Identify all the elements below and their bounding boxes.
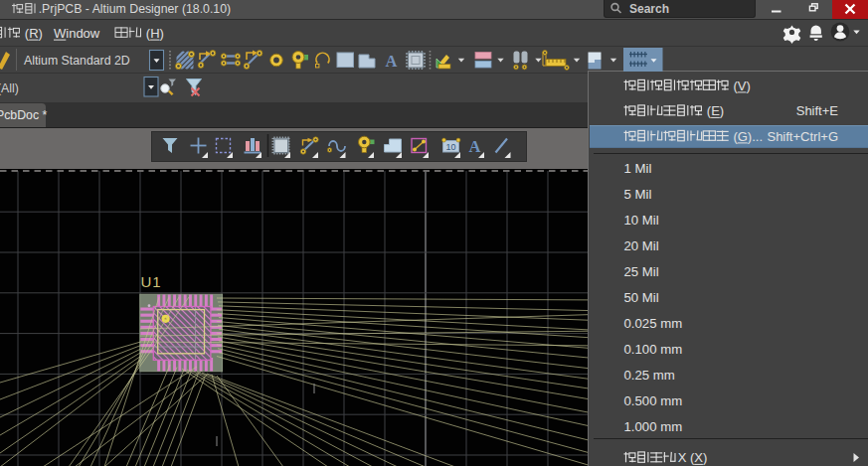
svg-text:(V): (V): [733, 78, 750, 93]
svg-text:A: A: [386, 52, 398, 71]
svg-text:25 Mil: 25 Mil: [624, 264, 659, 279]
svg-text:0.25 mm: 0.25 mm: [624, 368, 675, 383]
svg-text:5 Mil: 5 Mil: [624, 187, 652, 202]
svg-text:PcbDoc *: PcbDoc *: [0, 108, 47, 122]
svg-text:(G)...: (G)...: [733, 129, 763, 144]
svg-text:(All): (All): [0, 81, 19, 95]
svg-text:(H): (H): [146, 26, 164, 41]
svg-text:50 Mil: 50 Mil: [624, 290, 659, 305]
svg-text:Shift+E: Shift+E: [796, 103, 839, 118]
svg-text:Window: Window: [54, 26, 100, 41]
svg-text:10 Mil: 10 Mil: [624, 213, 659, 228]
svg-text:10: 10: [445, 142, 455, 152]
svg-text:.PrjPCB - Altium Designer (18.: .PrjPCB - Altium Designer (18.0.10): [39, 2, 231, 16]
svg-text:20 Mil: 20 Mil: [624, 238, 659, 253]
svg-text:0.100 mm: 0.100 mm: [624, 342, 683, 357]
svg-text:Altium Standard 2D: Altium Standard 2D: [24, 54, 130, 68]
svg-text:X (X): X (X): [678, 450, 708, 465]
svg-text:(R): (R): [25, 26, 43, 41]
svg-text:0.500 mm: 0.500 mm: [624, 393, 683, 408]
svg-text:A: A: [469, 137, 481, 156]
svg-text:0.025 mm: 0.025 mm: [624, 316, 683, 331]
svg-text:1 Mil: 1 Mil: [624, 161, 652, 176]
svg-text:1.000 mm: 1.000 mm: [624, 419, 683, 434]
svg-text:(E): (E): [707, 103, 724, 118]
svg-text:Search: Search: [629, 2, 669, 16]
svg-text:Shift+Ctrl+G: Shift+Ctrl+G: [767, 129, 838, 144]
